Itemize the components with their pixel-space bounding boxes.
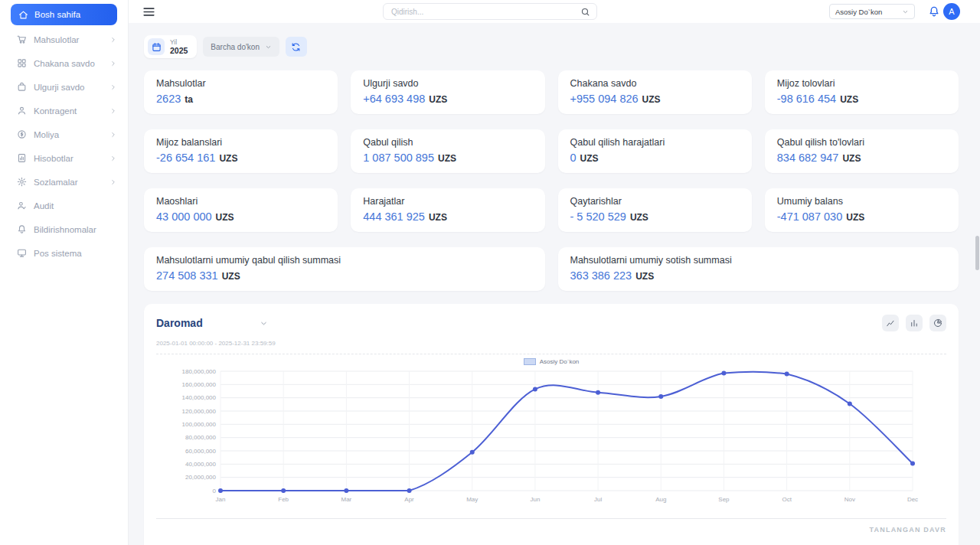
sidebar-item-sozlamalar[interactable]: Sozlamalar bbox=[0, 170, 128, 194]
sidebar-item-ulgurji-savdo[interactable]: Ulgurji savdo bbox=[0, 75, 128, 99]
sidebar-item-bildirishnomalar[interactable]: Bildirishnomalar bbox=[0, 217, 128, 241]
svg-text:Apr: Apr bbox=[404, 496, 414, 503]
stat-unit: UZS bbox=[429, 212, 447, 223]
chevron-right-icon bbox=[109, 155, 117, 162]
sidebar-item-chakana-savdo[interactable]: Chakana savdo bbox=[0, 51, 128, 75]
stat-card-mijoz-tolovlari: Mijoz tolovlari-98 616 454UZS bbox=[765, 70, 959, 114]
stat-value: 274 508 331 bbox=[156, 269, 218, 282]
stat-unit: UZS bbox=[429, 94, 447, 105]
store-filter-label: Barcha do'kon bbox=[211, 43, 260, 51]
chart-title: Daromad bbox=[156, 317, 203, 329]
sidebar-item-bosh-sahifa[interactable]: Bosh sahifa bbox=[11, 4, 117, 25]
main-content: Yil 2025 Barcha do'kon Mahsulotlar2623ta… bbox=[129, 23, 980, 545]
bar-chart-view-button[interactable] bbox=[906, 315, 923, 331]
stat-card-qabul-qilish-harajatlari: Qabul qilish harajatlari0UZS bbox=[558, 129, 752, 173]
svg-text:180,000,000: 180,000,000 bbox=[182, 368, 217, 375]
stat-unit: UZS bbox=[438, 153, 456, 164]
chart-header: Daromad bbox=[156, 315, 946, 331]
line-chart-view-button[interactable] bbox=[882, 315, 899, 331]
svg-text:140,000,000: 140,000,000 bbox=[182, 394, 217, 401]
chevron-right-icon bbox=[109, 83, 117, 91]
svg-text:Nov: Nov bbox=[844, 496, 855, 503]
sidebar-item-pos-sistema[interactable]: Pos sistema bbox=[0, 241, 128, 265]
user-audit-icon bbox=[17, 201, 27, 210]
svg-text:20,000,000: 20,000,000 bbox=[185, 474, 217, 481]
store-filter-dropdown[interactable]: Barcha do'kon bbox=[203, 37, 279, 57]
bag-icon bbox=[17, 82, 27, 92]
avatar[interactable]: A bbox=[943, 3, 960, 20]
sidebar-item-label: Moliya bbox=[34, 130, 59, 139]
stat-label: Ulgurji savdo bbox=[363, 78, 532, 89]
stat-card-umumiy-balans: Umumiy balans-471 087 030UZS bbox=[765, 188, 959, 232]
stat-card-mahsulotlarni-umumiy-sotish-summasi: Mahsulotlarni umumiy sotish summasi363 3… bbox=[558, 247, 959, 291]
stat-value: -471 087 030 bbox=[777, 210, 842, 223]
stat-label: Qaytarishlar bbox=[570, 196, 740, 207]
sidebar-item-label: Bosh sahifa bbox=[34, 10, 80, 19]
stat-value: 834 682 947 bbox=[777, 152, 839, 164]
svg-text:Jan: Jan bbox=[216, 496, 226, 503]
shop-grid-icon bbox=[17, 58, 27, 68]
sidebar: Bosh sahifaMahsulotlarChakana savdoUlgur… bbox=[0, 0, 129, 545]
stat-label: Maoshlari bbox=[156, 196, 325, 207]
svg-text:Jul: Jul bbox=[594, 496, 602, 503]
stat-value: 363 386 223 bbox=[570, 269, 632, 282]
svg-text:Dec: Dec bbox=[907, 496, 918, 503]
stat-unit: ta bbox=[185, 94, 193, 105]
stat-card-maoshlari: Maoshlari43 000 000UZS bbox=[144, 188, 338, 232]
stat-card-ulgurji-savdo: Ulgurji savdo+64 693 498UZS bbox=[351, 70, 544, 114]
period-value: 2025 bbox=[170, 46, 188, 56]
scrollbar[interactable] bbox=[975, 236, 979, 270]
store-select-value: Asosiy Do`kon bbox=[835, 8, 882, 16]
period-filter[interactable]: Yil 2025 bbox=[144, 35, 197, 58]
sidebar-item-label: Pos sistema bbox=[34, 249, 82, 258]
sidebar-item-label: Hisobotlar bbox=[34, 154, 74, 163]
search-box[interactable] bbox=[383, 3, 597, 20]
notifications-bell-button[interactable] bbox=[928, 5, 940, 18]
coins-icon bbox=[17, 129, 27, 139]
sidebar-item-audit[interactable]: Audit bbox=[0, 194, 128, 217]
svg-text:Feb: Feb bbox=[278, 496, 289, 503]
filter-row: Yil 2025 Barcha do'kon bbox=[144, 35, 959, 58]
stat-value: -26 654 161 bbox=[156, 152, 215, 164]
chart-legend: Asosiy Do`kon bbox=[156, 358, 946, 365]
stat-label: Qabul qilish to'lovlari bbox=[777, 137, 946, 148]
chevron-down-icon bbox=[902, 8, 909, 15]
store-select[interactable]: Asosiy Do`kon bbox=[829, 4, 915, 19]
legend-swatch bbox=[524, 358, 536, 365]
stat-card-qabul-qilish: Qabul qilish1 087 500 895UZS bbox=[351, 129, 544, 173]
chevron-down-icon[interactable] bbox=[260, 319, 268, 328]
search-icon bbox=[580, 7, 590, 17]
chevron-right-icon bbox=[109, 60, 117, 67]
legend-label: Asosiy Do`kon bbox=[540, 358, 580, 365]
stat-label: Mijoz balanslari bbox=[156, 137, 325, 148]
bell-icon bbox=[17, 224, 27, 234]
sidebar-item-label: Chakana savdo bbox=[34, 59, 95, 68]
stat-label: Qabul qilish harajatlari bbox=[570, 137, 740, 148]
stat-unit: UZS bbox=[840, 94, 858, 105]
chart-body: Asosiy Do`kon 020,000,00040,000,00060,00… bbox=[156, 354, 946, 507]
stat-label: Chakana savdo bbox=[570, 78, 740, 89]
stat-card-chakana-savdo: Chakana savdo+955 094 826UZS bbox=[558, 70, 752, 114]
sidebar-item-kontragent[interactable]: Kontragent bbox=[0, 99, 128, 122]
refresh-button[interactable] bbox=[286, 37, 307, 57]
search-input[interactable] bbox=[390, 7, 580, 17]
sidebar-item-mahsulotlar[interactable]: Mahsulotlar bbox=[0, 28, 128, 51]
stat-value: +955 094 826 bbox=[570, 93, 639, 105]
chart-card: Daromad 2025-01-01 00:00:00 - 2025-12-31… bbox=[144, 304, 959, 545]
sidebar-item-hisobotlar[interactable]: Hisobotlar bbox=[0, 146, 128, 170]
stat-value: +64 693 498 bbox=[363, 93, 425, 105]
hamburger-menu-button[interactable] bbox=[142, 5, 156, 19]
stat-value: 1 087 500 895 bbox=[363, 152, 434, 164]
stat-card-qabul-qilish-to-lovlari: Qabul qilish to'lovlari834 682 947UZS bbox=[765, 129, 959, 173]
stat-value: 43 000 000 bbox=[156, 210, 212, 223]
pie-chart-view-button[interactable] bbox=[929, 315, 946, 331]
svg-text:Mar: Mar bbox=[341, 496, 351, 503]
stats-grid: Mahsulotlar2623taUlgurji savdo+64 693 49… bbox=[144, 70, 959, 232]
sidebar-item-moliya[interactable]: Moliya bbox=[0, 122, 128, 146]
gear-icon bbox=[17, 177, 27, 187]
stat-unit: UZS bbox=[642, 94, 661, 105]
stat-label: Mahsulotlarni umumiy sotish summasi bbox=[570, 255, 947, 266]
chart-date-range: 2025-01-01 00:00:00 - 2025-12-31 23:59:5… bbox=[156, 340, 946, 347]
stat-value: 0 bbox=[570, 152, 577, 164]
stat-label: Mahsulotlar bbox=[156, 78, 325, 89]
